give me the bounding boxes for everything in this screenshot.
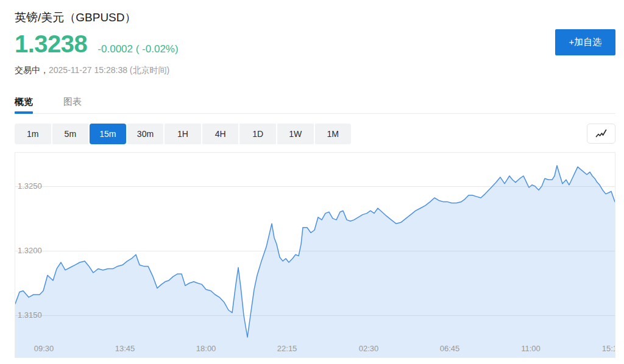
interval-button-1D[interactable]: 1D	[239, 124, 276, 144]
x-axis-tick-label: 02:30	[359, 344, 379, 353]
x-axis-tick-label: 22:15	[277, 344, 297, 353]
tab-chart[interactable]: 图表	[63, 91, 82, 113]
interval-button-5m[interactable]: 5m	[52, 124, 89, 144]
interval-button-1M[interactable]: 1M	[315, 124, 352, 144]
quote-page: 英镑/美元（GBPUSD） 1.3238 -0.0002 ( -0.02%) 交…	[0, 0, 624, 364]
chart-type-button[interactable]	[587, 124, 615, 144]
x-axis-tick-label: 06:45	[440, 344, 460, 353]
status-row: 交易中，2025-11-27 15:28:38 (北京时间)	[15, 65, 169, 76]
tab-overview[interactable]: 概览	[15, 91, 33, 113]
tab-bar: 概览图表	[15, 91, 615, 114]
trading-status: 交易中，	[15, 65, 49, 75]
interval-button-1m[interactable]: 1m	[15, 124, 51, 144]
interval-button-1W[interactable]: 1W	[277, 124, 314, 144]
interval-button-30m[interactable]: 30m	[127, 124, 164, 144]
x-axis-tick-label: 15:15	[602, 344, 615, 353]
page-title: 英镑/美元（GBPUSD）	[15, 10, 136, 26]
x-axis-tick-label: 09:30	[34, 344, 54, 353]
y-axis-tick-label: 1.3150	[18, 310, 42, 320]
y-axis-tick-label: 1.3200	[18, 246, 42, 256]
price-block: 1.3238 -0.0002 ( -0.02%)	[15, 30, 179, 58]
quote-timestamp: 2025-11-27 15:28:38 (北京时间)	[49, 65, 169, 75]
interval-button-4H[interactable]: 4H	[202, 124, 239, 144]
y-axis-tick-label: 1.3250	[18, 181, 42, 191]
price-chart[interactable]: 1.32501.32001.315009:3013:4518:0022:1502…	[15, 152, 615, 358]
add-watchlist-button[interactable]: +加自选	[555, 29, 615, 55]
interval-button-15m[interactable]: 15m	[90, 124, 126, 144]
x-axis-tick-label: 11:00	[521, 344, 541, 353]
price-area-series	[15, 153, 615, 358]
area-fill	[15, 166, 615, 358]
price-change: -0.0002 ( -0.02%)	[98, 43, 178, 55]
line-chart-icon	[595, 128, 608, 139]
last-price: 1.3238	[15, 30, 87, 58]
interval-button-1H[interactable]: 1H	[165, 124, 201, 144]
interval-bar: 1m5m15m30m1H4H1D1W1M	[15, 124, 351, 144]
x-axis-tick-label: 18:00	[196, 344, 216, 353]
x-axis-tick-label: 13:45	[115, 344, 135, 353]
